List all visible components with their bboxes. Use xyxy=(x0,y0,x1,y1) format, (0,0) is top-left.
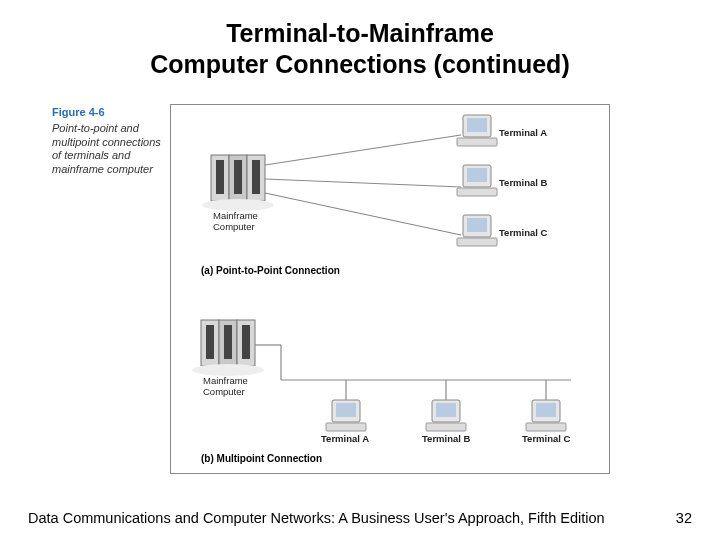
svg-rect-5 xyxy=(252,160,260,194)
terminal-c-label-top: Terminal C xyxy=(499,227,547,238)
terminal-b-label-top: Terminal B xyxy=(499,177,547,188)
svg-rect-17 xyxy=(467,218,487,232)
svg-line-8 xyxy=(265,179,461,187)
terminal-a-icon-bottom xyxy=(326,400,366,431)
svg-rect-11 xyxy=(467,118,487,132)
terminal-c-label-bottom: Terminal C xyxy=(522,433,570,444)
terminal-b-icon-bottom xyxy=(426,400,466,431)
svg-rect-3 xyxy=(216,160,224,194)
svg-rect-39 xyxy=(536,403,556,417)
content-area: Figure 4-6 Point-to-point and multipoint… xyxy=(40,100,680,480)
svg-rect-15 xyxy=(457,188,497,196)
svg-rect-33 xyxy=(336,403,356,417)
svg-rect-4 xyxy=(234,160,242,194)
slide-footer: Data Communications and Computer Network… xyxy=(28,510,692,526)
svg-rect-22 xyxy=(206,325,214,359)
mainframe-b-label: Mainframe Computer xyxy=(203,375,248,397)
mainframe-a-label: Mainframe Computer xyxy=(213,210,258,232)
title-line-1: Terminal-to-Mainframe xyxy=(226,19,494,47)
mainframe-a-icon xyxy=(202,155,274,211)
svg-rect-34 xyxy=(326,423,366,431)
figure-caption-column: Figure 4-6 Point-to-point and multipoint… xyxy=(52,106,162,177)
slide-title: Terminal-to-Mainframe Computer Connectio… xyxy=(0,0,720,81)
svg-rect-37 xyxy=(426,423,466,431)
mainframe-a-label-2: Computer xyxy=(213,221,255,232)
terminal-b-label-bottom: Terminal B xyxy=(422,433,470,444)
svg-rect-24 xyxy=(242,325,250,359)
mainframe-b-label-2: Computer xyxy=(203,386,245,397)
title-line-2: Computer Connections (continued) xyxy=(150,50,569,78)
diagram-svg xyxy=(171,105,611,475)
mainframe-a-label-1: Mainframe xyxy=(213,210,258,221)
svg-line-9 xyxy=(265,193,461,235)
svg-rect-12 xyxy=(457,138,497,146)
terminal-c-icon-bottom xyxy=(526,400,566,431)
svg-rect-14 xyxy=(467,168,487,182)
mainframe-b-icon xyxy=(192,320,264,376)
terminal-a-label-bottom: Terminal A xyxy=(321,433,369,444)
svg-rect-36 xyxy=(436,403,456,417)
svg-rect-23 xyxy=(224,325,232,359)
terminal-a-label-top: Terminal A xyxy=(499,127,547,138)
terminal-b-icon-top xyxy=(457,165,497,196)
svg-rect-18 xyxy=(457,238,497,246)
figure-label: Figure 4-6 xyxy=(52,106,162,120)
footer-text: Data Communications and Computer Network… xyxy=(28,510,605,526)
figure-diagram-box: Mainframe Computer Terminal A Terminal B… xyxy=(170,104,610,474)
page-number: 32 xyxy=(676,510,692,526)
section-b-caption: (b) Multipoint Connection xyxy=(201,453,322,464)
terminal-a-icon-top xyxy=(457,115,497,146)
section-a-caption: (a) Point-to-Point Connection xyxy=(201,265,340,276)
figure-caption: Point-to-point and multipoint connection… xyxy=(52,122,162,177)
terminal-c-icon-top xyxy=(457,215,497,246)
svg-rect-40 xyxy=(526,423,566,431)
mainframe-b-label-1: Mainframe xyxy=(203,375,248,386)
svg-line-7 xyxy=(265,135,461,165)
